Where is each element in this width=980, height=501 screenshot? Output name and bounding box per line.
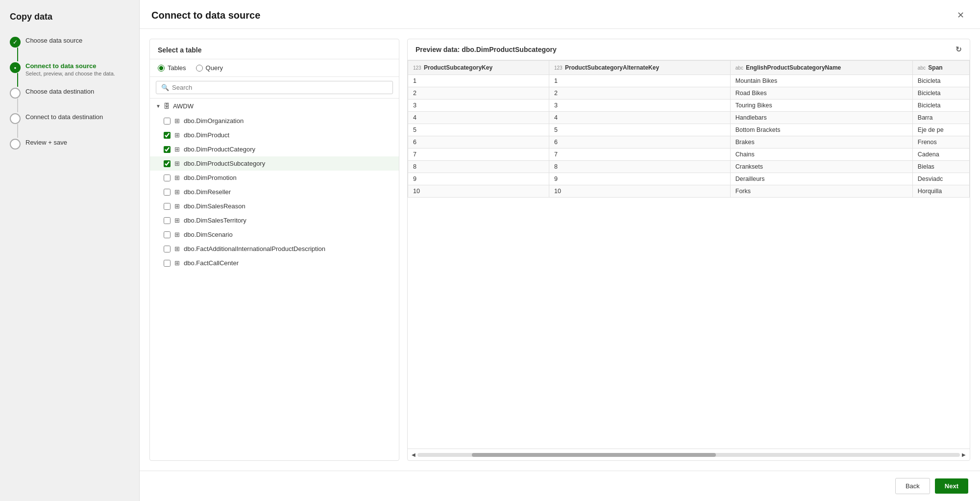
table-cell: Desviadc bbox=[912, 173, 969, 185]
col-type-altkey: 123 bbox=[554, 65, 563, 71]
scrollbar-track[interactable] bbox=[417, 453, 960, 457]
table-checkbox[interactable] bbox=[164, 160, 171, 167]
col-type-name: abc bbox=[735, 65, 743, 71]
table-cell: Frenos bbox=[912, 136, 969, 149]
table-cell: Cranksets bbox=[730, 161, 912, 173]
table-cell: Bicicleta bbox=[912, 100, 969, 112]
refresh-icon[interactable]: ↻ bbox=[956, 45, 962, 54]
table-name: dbo.DimScenario bbox=[184, 231, 233, 238]
db-group-header[interactable]: ▼ 🗄 AWDW bbox=[150, 99, 399, 114]
table-name: dbo.FactCallCenter bbox=[184, 259, 239, 267]
table-row: 11Mountain BikesBicicleta bbox=[408, 75, 970, 87]
table-checkbox[interactable] bbox=[164, 246, 171, 252]
step-choose-destination: Choose data destination bbox=[10, 87, 129, 112]
col-name-name: EnglishProductSubcategoryName bbox=[746, 64, 841, 71]
table-icon: ⊞ bbox=[174, 160, 180, 167]
table-cell: 1 bbox=[408, 75, 549, 87]
table-cell: 8 bbox=[549, 161, 730, 173]
close-button[interactable]: ✕ bbox=[953, 8, 968, 23]
table-cell: 5 bbox=[549, 124, 730, 136]
step-label-choose-source: Choose data source bbox=[25, 37, 82, 44]
step-connector bbox=[17, 48, 18, 61]
list-item[interactable]: ⊞ dbo.DimSalesReason bbox=[150, 199, 399, 213]
table-cell: Forks bbox=[730, 185, 912, 198]
list-item[interactable]: ⊞ dbo.FactAdditionalInternationalProduct… bbox=[150, 242, 399, 256]
table-cell: Barra bbox=[912, 112, 969, 124]
next-button[interactable]: Next bbox=[935, 478, 968, 494]
step-label-review-save: Review + save bbox=[25, 139, 67, 146]
back-button[interactable]: Back bbox=[895, 478, 930, 494]
radio-query-label: Query bbox=[206, 64, 223, 72]
table-checkbox[interactable] bbox=[164, 231, 171, 238]
table-name: dbo.DimOrganization bbox=[184, 117, 244, 125]
select-table-header: Select a table bbox=[150, 39, 399, 59]
step-connect-source: ● Connect to data source Select, preview… bbox=[10, 61, 129, 87]
scrollbar-thumb[interactable] bbox=[472, 453, 716, 457]
table-icon: ⊞ bbox=[174, 174, 180, 181]
preview-header: Preview data: dbo.DimProductSubcategory … bbox=[408, 39, 970, 60]
search-input[interactable] bbox=[172, 84, 388, 91]
table-cell: 3 bbox=[408, 100, 549, 112]
table-cell: 7 bbox=[549, 149, 730, 161]
database-icon: 🗄 bbox=[164, 102, 170, 110]
table-cell: Mountain Bikes bbox=[730, 75, 912, 87]
table-cell: 7 bbox=[408, 149, 549, 161]
table-icon: ⊞ bbox=[174, 188, 180, 196]
step-choose-source: ✓ Choose data source bbox=[10, 36, 129, 61]
col-name-key: ProductSubcategoryKey bbox=[424, 64, 492, 71]
table-checkbox[interactable] bbox=[164, 203, 171, 210]
table-name: dbo.DimProductSubcategory bbox=[184, 160, 265, 167]
table-row: 55Bottom BracketsEje de pe bbox=[408, 124, 970, 136]
step-icon-active: ● bbox=[10, 62, 21, 73]
col-header-key: 123 ProductSubcategoryKey bbox=[408, 61, 549, 75]
table-cell: 4 bbox=[408, 112, 549, 124]
table-checkbox[interactable] bbox=[164, 132, 171, 139]
table-checkbox[interactable] bbox=[164, 175, 171, 181]
table-cell: 6 bbox=[408, 136, 549, 149]
table-checkbox[interactable] bbox=[164, 189, 171, 196]
table-checkbox[interactable] bbox=[164, 118, 171, 125]
main-header: Connect to data source ✕ bbox=[140, 0, 980, 29]
list-item[interactable]: ⊞ dbo.DimSalesTerritory bbox=[150, 213, 399, 227]
table-icon: ⊞ bbox=[174, 259, 180, 267]
step-list: ✓ Choose data source ● Connect to data s… bbox=[10, 36, 129, 150]
list-item[interactable]: ⊞ dbo.DimReseller bbox=[150, 185, 399, 199]
table-row: 88CranksetsBielas bbox=[408, 161, 970, 173]
step-connect-destination: Connect to data destination bbox=[10, 112, 129, 138]
radio-query-input[interactable] bbox=[196, 65, 203, 72]
table-name: dbo.DimPromotion bbox=[184, 174, 237, 181]
list-item[interactable]: ⊞ dbo.DimPromotion bbox=[150, 171, 399, 185]
table-cell: 9 bbox=[408, 173, 549, 185]
list-item[interactable]: ⊞ dbo.DimProductSubcategory bbox=[150, 156, 399, 171]
table-row: 22Road BikesBicicleta bbox=[408, 87, 970, 100]
table-icon: ⊞ bbox=[174, 202, 180, 210]
table-checkbox[interactable] bbox=[164, 260, 171, 267]
list-item[interactable]: ⊞ dbo.DimOrganization bbox=[150, 114, 399, 128]
table-row: 44HandlebarsBarra bbox=[408, 112, 970, 124]
table-cell: 2 bbox=[408, 87, 549, 100]
radio-group: Tables Query bbox=[150, 59, 399, 77]
radio-tables-input[interactable] bbox=[158, 65, 165, 72]
radio-tables[interactable]: Tables bbox=[158, 64, 186, 72]
table-icon: ⊞ bbox=[174, 131, 180, 139]
list-item[interactable]: ⊞ dbo.DimScenario bbox=[150, 227, 399, 242]
step-label-choose-destination: Choose data destination bbox=[25, 88, 94, 95]
table-checkbox[interactable] bbox=[164, 146, 171, 153]
step-icon-completed: ✓ bbox=[10, 37, 21, 48]
scroll-right-arrow[interactable]: ▶ bbox=[962, 452, 966, 457]
scroll-left-arrow[interactable]: ◀ bbox=[412, 452, 416, 457]
col-header-span: abc Span bbox=[912, 61, 969, 75]
radio-query[interactable]: Query bbox=[196, 64, 223, 72]
table-icon: ⊞ bbox=[174, 217, 180, 224]
table-cell: Road Bikes bbox=[730, 87, 912, 100]
table-icon: ⊞ bbox=[174, 231, 180, 238]
search-icon: 🔍 bbox=[161, 84, 169, 91]
list-item[interactable]: ⊞ dbo.DimProduct bbox=[150, 128, 399, 142]
list-item[interactable]: ⊞ dbo.DimProductCategory bbox=[150, 142, 399, 156]
step-icon-inactive-4 bbox=[10, 113, 21, 124]
table-checkbox[interactable] bbox=[164, 217, 171, 224]
list-item[interactable]: ⊞ dbo.FactCallCenter bbox=[150, 256, 399, 270]
table-cell: 9 bbox=[549, 173, 730, 185]
col-name-altkey: ProductSubcategoryAlternateKey bbox=[565, 64, 659, 71]
sidebar: Copy data ✓ Choose data source ● Connect… bbox=[0, 0, 140, 501]
